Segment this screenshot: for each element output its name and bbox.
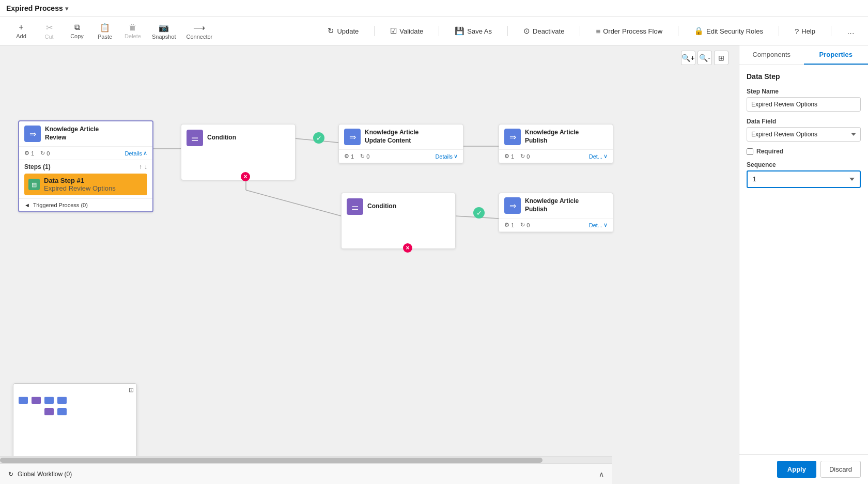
steps-header: Steps (1) ↑ ↓ [24, 163, 147, 170]
tab-components[interactable]: Components [739, 45, 804, 65]
gw-left: ↻ Global Workflow (0) [8, 471, 72, 478]
cond1-icon: ⚌ [187, 130, 203, 146]
node-kap1[interactable]: ⇒ Knowledge Article Publish ⚙ 1 ↻ 0 Det.… [499, 124, 613, 164]
steps-arrows[interactable]: ↑ ↓ [139, 163, 147, 170]
delete-badge-1[interactable]: × [241, 172, 250, 181]
zoom-controls: 🔍+ 🔍- ⊞ [681, 51, 729, 65]
node-kap1-header: ⇒ Knowledge Article Publish [499, 124, 613, 150]
global-workflow-bar[interactable]: ↻ Global Workflow (0) ∧ [0, 463, 612, 484]
separator-5 [678, 26, 678, 36]
node-condition-2[interactable]: ⚌ Condition [341, 193, 456, 249]
discard-button[interactable]: Discard [820, 461, 861, 478]
cut-icon: ✂ [46, 23, 53, 33]
node-kap1-icon: ⇒ [504, 129, 521, 145]
kar-details-toggle[interactable]: Details ∧ [125, 150, 147, 157]
data-field-select[interactable]: Expired Review Options [747, 127, 861, 142]
kauc-timer-meta: ↻ 0 [360, 153, 369, 160]
kauc-details-label: Details [435, 153, 453, 160]
steps-down-arrow[interactable]: ↓ [144, 163, 147, 170]
deactivate-button[interactable]: ⊙ Deactivate [518, 24, 569, 38]
snapshot-button[interactable]: 📷 Snapshot [148, 21, 180, 42]
save-as-button[interactable]: 💾 Save As [450, 24, 497, 38]
sequence-select[interactable]: 1 2 3 [749, 173, 859, 186]
separator-7 [831, 26, 831, 36]
add-button[interactable]: + Add [8, 21, 34, 41]
order-process-flow-button[interactable]: ≡ Order Process Flow [591, 24, 668, 38]
kap2-details-toggle[interactable]: Det... ∨ [589, 222, 608, 228]
delete-badge-2[interactable]: × [403, 243, 412, 253]
required-label: Required [756, 148, 783, 155]
horizontal-scrollbar[interactable] [0, 456, 612, 463]
toolbar-right: ↻ Update ☑ Validate 💾 Save As ⊙ Deactiva… [322, 24, 860, 38]
separator-2 [439, 26, 439, 36]
validate-button[interactable]: ☑ Validate [385, 24, 428, 38]
kap1-details-label: Det... [589, 153, 602, 160]
triggered-process[interactable]: ◄ Triggered Process (0) [19, 198, 152, 211]
separator-1 [374, 26, 375, 36]
tab-properties[interactable]: Properties [804, 45, 869, 65]
cond1-title: Condition [207, 134, 236, 142]
mini-expand-button[interactable]: ⊡ [129, 386, 134, 394]
panel-tabs: Components Properties [739, 45, 868, 65]
title-bar: Expired Process ▾ [0, 0, 868, 17]
kap2-timer-meta: ↻ 0 [520, 222, 530, 228]
paste-button[interactable]: 📋 Paste [92, 21, 118, 42]
canvas-area[interactable]: × ✓ ✓ × ⇒ Knowledge Article Review ⚙ 1 [0, 45, 739, 484]
update-button[interactable]: ↻ Update [322, 24, 364, 38]
cut-button[interactable]: ✂ Cut [36, 21, 62, 42]
mini-node-5 [44, 408, 54, 415]
toolbar: + Add ✂ Cut ⧉ Copy 📋 Paste 🗑 Delete 📷 Sn… [0, 17, 868, 45]
check-badge-1[interactable]: ✓ [313, 132, 324, 144]
main-layout: × ✓ ✓ × ⇒ Knowledge Article Review ⚙ 1 [0, 45, 868, 484]
connector-button[interactable]: ⟶ Connector [182, 21, 216, 42]
node-kar[interactable]: ⇒ Knowledge Article Review ⚙ 1 ↻ 0 Detai… [18, 120, 153, 212]
mini-node-3 [44, 397, 54, 404]
node-kap1-title1: Knowledge Article [525, 129, 579, 137]
cond1-header: ⚌ Condition [181, 124, 295, 151]
connector-icon: ⟶ [193, 23, 205, 33]
kap2-steps-count: 1 [511, 222, 514, 228]
node-kar-meta: ⚙ 1 ↻ 0 Details ∧ [19, 147, 152, 160]
step-icon-1: ▤ [28, 179, 40, 190]
node-kauc-meta: ⚙ 1 ↻ 0 Details ∨ [339, 150, 463, 163]
order-label: Order Process Flow [603, 27, 662, 35]
svg-line-5 [246, 190, 341, 216]
step-name-label: Step Name [747, 88, 861, 95]
apply-button[interactable]: Apply [777, 461, 816, 478]
h-scroll-thumb[interactable] [0, 458, 542, 463]
connector-label: Connector [186, 34, 212, 40]
delete-label: Delete [125, 33, 141, 39]
steps-up-arrow[interactable]: ↑ [139, 163, 142, 170]
edit-security-roles-button[interactable]: 🔒 Edit Security Roles [689, 24, 768, 38]
step-name-input[interactable] [747, 97, 861, 112]
step-item-1[interactable]: ▤ Data Step #1 Expired Review Options [24, 174, 147, 195]
title-dropdown-arrow[interactable]: ▾ [65, 5, 69, 12]
triggered-label: Triggered Process (0) [33, 202, 88, 208]
gw-collapse-button[interactable]: ∧ [599, 470, 604, 478]
copy-button[interactable]: ⧉ Copy [64, 21, 90, 41]
node-condition-1[interactable]: ⚌ Condition [181, 124, 296, 180]
node-kap2-icon: ⇒ [504, 197, 521, 214]
node-kauc[interactable]: ⇒ Knowledge Article Update Content ⚙ 1 ↻… [338, 124, 463, 164]
kar-steps-meta: ⚙ 1 [24, 150, 34, 157]
help-button[interactable]: ? Help [789, 24, 820, 38]
sequence-label: Sequence [747, 161, 861, 168]
kap2-timer-icon: ↻ [520, 222, 525, 228]
kap1-timer-meta: ↻ 0 [520, 153, 530, 160]
zoom-fit-button[interactable]: ⊞ [714, 51, 729, 65]
zoom-in-button[interactable]: 🔍+ [681, 51, 695, 65]
node-kap2[interactable]: ⇒ Knowledge Article Publish ⚙ 1 ↻ 0 Det.… [499, 193, 613, 232]
more-button[interactable]: … [842, 24, 860, 38]
save-as-icon: 💾 [455, 26, 464, 36]
check-badge-2[interactable]: ✓ [473, 207, 485, 218]
separator-4 [580, 26, 580, 36]
required-checkbox[interactable] [747, 148, 753, 155]
kap1-details-toggle[interactable]: Det... ∨ [589, 153, 608, 160]
validate-label: Validate [399, 27, 423, 35]
kauc-details-toggle[interactable]: Details ∨ [435, 153, 458, 160]
update-icon: ↻ [328, 26, 334, 36]
snapshot-label: Snapshot [152, 34, 176, 40]
delete-button[interactable]: 🗑 Delete [120, 21, 146, 41]
zoom-out-button[interactable]: 🔍- [698, 51, 712, 65]
node-kap2-title1: Knowledge Article [525, 197, 579, 206]
